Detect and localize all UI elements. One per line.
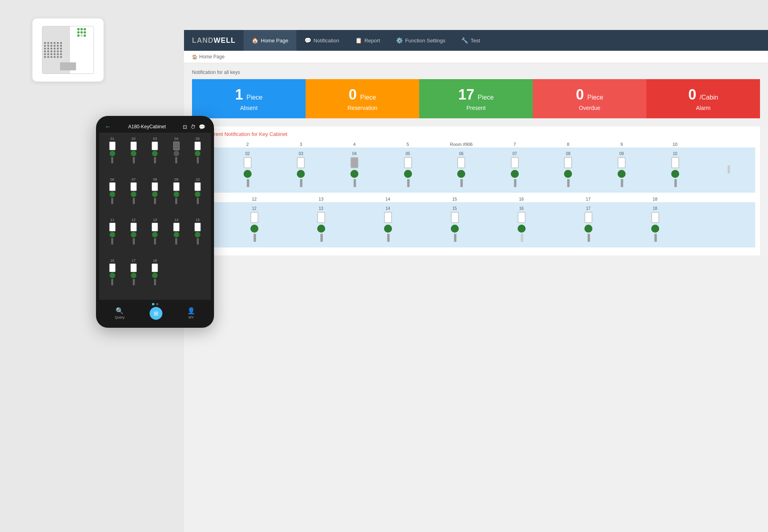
nav-label-test: Test	[470, 38, 480, 44]
svg-rect-38	[451, 212, 458, 223]
svg-point-45	[584, 225, 592, 233]
stat-card-present[interactable]: 17 Piece Present	[419, 79, 533, 118]
col-header-4: 4	[328, 142, 381, 147]
key-slot-05[interactable]: 05	[381, 151, 435, 189]
tablet-slot-17[interactable]: 17	[124, 259, 142, 296]
tablet-slot-14[interactable]: 14	[167, 218, 185, 255]
col-header-room906: Room #906	[434, 142, 488, 147]
nav-item-function-settings[interactable]: ⚙️ Function Settings	[388, 30, 453, 51]
col-header-16: 16	[488, 197, 555, 201]
breadcrumb: 🏠 Home Page	[184, 51, 768, 63]
svg-rect-3	[248, 183, 249, 185]
svg-rect-40	[454, 234, 456, 242]
svg-rect-6	[300, 179, 302, 187]
tablet-slot-08[interactable]: 08	[146, 177, 164, 215]
tablet-chat-icon[interactable]: 💬	[199, 124, 205, 130]
stat-alarm-unit: /Cabin	[700, 94, 718, 101]
stat-card-overdue[interactable]: 0 Piece Overdue	[533, 79, 646, 118]
svg-rect-7	[351, 157, 358, 168]
tablet-page-dot-1[interactable]	[152, 303, 154, 305]
key-slot-03[interactable]: 03	[274, 151, 328, 189]
key-slot-14[interactable]: 14	[354, 206, 421, 243]
key-slot-10[interactable]: 10	[648, 151, 702, 189]
svg-rect-35	[384, 212, 392, 223]
nav-item-homepage[interactable]: 🏠 Home Page	[244, 30, 296, 51]
svg-point-17	[511, 170, 519, 178]
tablet-nav-my[interactable]: 👤 MY	[187, 307, 195, 320]
svg-point-20	[564, 170, 572, 178]
key-slot-02[interactable]: 02	[221, 151, 274, 189]
key-slot-09[interactable]: 09	[595, 151, 648, 189]
svg-rect-12	[407, 179, 410, 187]
tablet-slot-07[interactable]: 07	[124, 177, 142, 215]
tablet-expand-icon[interactable]: ⊡	[183, 124, 187, 130]
tablet-time-icon[interactable]: ⏱	[190, 124, 196, 130]
key-slot-13[interactable]: 13	[288, 206, 354, 243]
svg-rect-43	[521, 234, 523, 242]
nav-item-report[interactable]: 📋 Report	[347, 30, 388, 51]
tablet-slot-15[interactable]: 15	[189, 218, 207, 255]
brand-logo: LANDWELL	[184, 36, 244, 45]
tablet-slot-04[interactable]: 04	[167, 137, 185, 174]
svg-point-11	[404, 170, 412, 178]
nav-item-notification[interactable]: 💬 Notification	[296, 30, 347, 51]
svg-point-5	[297, 170, 305, 178]
stat-present-label: Present	[427, 105, 525, 111]
svg-rect-34	[320, 234, 323, 242]
svg-rect-41	[518, 212, 525, 223]
settings-icon: ⚙️	[396, 37, 403, 44]
key-slot-18[interactable]: 18	[622, 206, 688, 243]
tablet-slot-18[interactable]: 18	[146, 259, 164, 296]
tablet-slot-05[interactable]: 05	[189, 137, 207, 174]
tablet-nav-home[interactable]: ⊞	[150, 307, 162, 320]
test-icon: 🔧	[461, 37, 468, 44]
key-slot-07[interactable]: 07	[488, 151, 542, 189]
key-slot-08[interactable]: 08	[542, 151, 595, 189]
tablet-slot-13[interactable]: 13	[146, 218, 164, 255]
tablet-slot-10[interactable]: 10	[189, 177, 207, 215]
stat-card-alarm[interactable]: 0 /Cabin Alarm	[646, 79, 760, 118]
col-header-18: 18	[622, 197, 688, 201]
tablet-slot-01[interactable]: 01	[103, 137, 121, 174]
col-header-9: 9	[595, 142, 648, 147]
stat-reservation-number: 0	[349, 86, 357, 103]
stat-card-reservation[interactable]: 0 Piece Reservation	[306, 79, 419, 118]
nav-item-test[interactable]: 🔧 Test	[453, 30, 488, 51]
tablet-slot-16[interactable]: 16	[103, 259, 121, 296]
tablet-slot-03[interactable]: 03	[146, 137, 164, 174]
tablet-device: ← A180-KeyCabinet ⊡ ⏱ 💬 01 02	[96, 116, 214, 328]
svg-rect-32	[318, 212, 325, 223]
svg-point-23	[618, 170, 626, 178]
nav-label-homepage: Home Page	[261, 38, 288, 44]
svg-rect-29	[251, 212, 258, 223]
svg-rect-24	[621, 179, 623, 187]
tablet-slot-02[interactable]: 02	[124, 137, 142, 174]
stat-card-absent[interactable]: 1 Piece Absent	[192, 79, 306, 118]
tablet-slot-11[interactable]: 11	[103, 218, 121, 255]
key-slot-16[interactable]: 16	[488, 206, 555, 243]
breadcrumb-label: Home Page	[199, 54, 224, 60]
col-header-7: 7	[488, 142, 542, 147]
stats-row: 1 Piece Absent 0 Piece Reservation 17 Pi…	[192, 79, 760, 118]
svg-point-14	[457, 170, 465, 178]
col-header-13: 13	[288, 197, 354, 201]
tablet-slot-06[interactable]: 06	[103, 177, 121, 215]
tablet-slot-12[interactable]: 12	[124, 218, 142, 255]
key-slot-15[interactable]: 15	[421, 206, 488, 243]
tablet-slot-09[interactable]: 09	[167, 177, 185, 215]
key-slot-17[interactable]: 17	[555, 206, 622, 243]
svg-rect-13	[458, 157, 465, 168]
key-slot-extra[interactable]	[702, 165, 755, 175]
svg-rect-15	[460, 179, 463, 187]
key-slot-04[interactable]: 04	[328, 151, 381, 189]
col-header-15: 15	[421, 197, 488, 201]
tablet-page-dot-2[interactable]	[156, 303, 158, 305]
svg-point-39	[451, 225, 459, 233]
notification-icon: 💬	[304, 37, 311, 44]
key-slot-12[interactable]: 12	[221, 206, 288, 243]
svg-point-42	[518, 225, 526, 233]
tablet-back-button[interactable]: ←	[105, 123, 111, 130]
svg-point-36	[384, 225, 392, 233]
tablet-nav-query[interactable]: 🔍 Query	[115, 307, 125, 320]
key-slot-06[interactable]: 06	[434, 151, 488, 189]
